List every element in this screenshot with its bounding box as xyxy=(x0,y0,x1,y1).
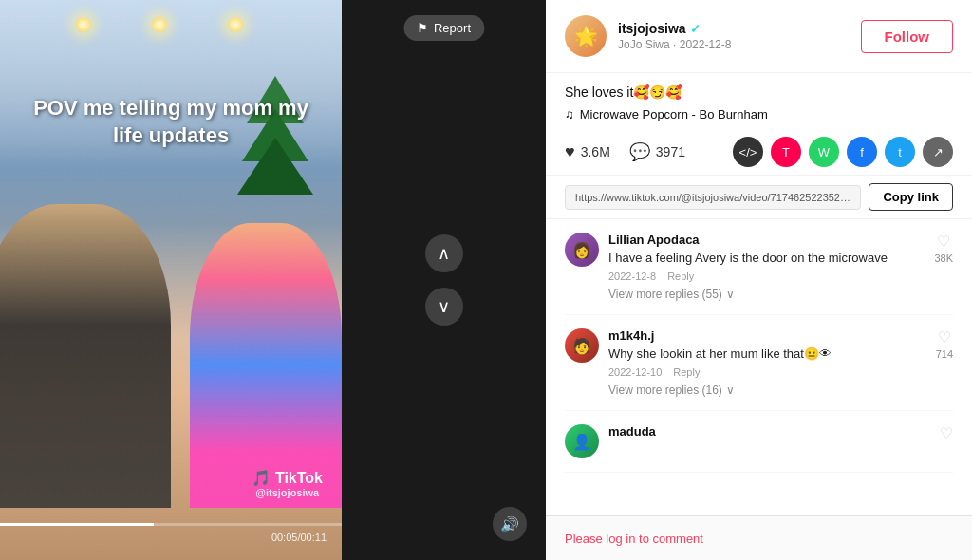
comment-like-count-2: 714 xyxy=(936,348,953,360)
tiktok-share-icon: T xyxy=(782,145,790,159)
comment-reply-2[interactable]: Reply xyxy=(673,366,700,378)
chevron-down-icon: ∨ xyxy=(438,296,450,317)
video-timestamp: 00:05/00:11 xyxy=(271,532,327,543)
comment-1: 👩 Lillian Apodaca I have a feeling Avery… xyxy=(565,219,953,315)
video-time-current: 00:05 xyxy=(271,532,298,543)
caption-section: She loves it🥰😏🥰 ♫ Microwave Popcorn - Bo… xyxy=(546,73,972,129)
embed-icon: </> xyxy=(739,145,757,159)
verified-badge: ✓ xyxy=(690,22,701,36)
heart-icon: ♥ xyxy=(565,142,575,162)
share-whatsapp-button[interactable]: W xyxy=(809,137,839,167)
comment-username-2: m1k4h.j xyxy=(608,328,926,343)
sound-icon: 🔊 xyxy=(500,515,519,533)
comment-meta-2: 2022-12-10 Reply xyxy=(608,366,926,378)
ceiling-light-3 xyxy=(228,17,243,32)
chevron-down-replies-2: ∨ xyxy=(726,383,735,397)
post-header: 🌟 itsjojosiwa ✓ JoJo Siwa · 2022-12-8 Fo… xyxy=(546,0,972,73)
nav-down-button[interactable]: ∨ xyxy=(425,288,463,326)
comment-username-1: Lillian Apodaca xyxy=(608,233,925,247)
likes-count: 3.6M xyxy=(581,144,610,159)
view-replies-1[interactable]: View more replies (55) ∨ xyxy=(608,288,925,301)
video-time-total: 00:11 xyxy=(300,532,327,543)
username: itsjojosiwa xyxy=(618,21,686,36)
tiktok-watermark: 🎵 TikTok @itsjojosiwa xyxy=(252,469,323,498)
comment-3: 👤 maduda ♡ xyxy=(565,411,953,473)
music-row: ♫ Microwave Popcorn - Bo Burnham xyxy=(565,107,953,121)
link-row: https://www.tiktok.com/@itsjojosiwa/vide… xyxy=(546,176,972,219)
comment-meta-1: 2022-12-8 Reply xyxy=(608,271,925,282)
comment-avatar-2: 🧑 xyxy=(565,328,599,363)
user-info: itsjojosiwa ✓ JoJo Siwa · 2022-12-8 xyxy=(618,21,850,51)
comment-avatar-1: 👩 xyxy=(565,233,599,267)
share-tiktok-button[interactable]: T xyxy=(771,137,801,167)
more-share-icon: ↗ xyxy=(933,145,944,159)
comments-stat[interactable]: 💬 3971 xyxy=(629,141,685,162)
share-twitter-button[interactable]: t xyxy=(885,137,915,167)
chevron-up-icon: ∧ xyxy=(438,243,450,264)
comment-body-2: m1k4h.j Why she lookin at her mum like t… xyxy=(608,328,926,397)
share-embed-button[interactable]: </> xyxy=(733,137,763,167)
display-name: JoJo Siwa xyxy=(618,38,670,51)
comment-like-count-1: 38K xyxy=(934,252,953,264)
video-panel: POV me telling my mom my life updates 🎵 … xyxy=(0,0,342,560)
video-progress-fill xyxy=(0,523,154,526)
tiktok-logo: 🎵 TikTok xyxy=(252,469,323,487)
comment-text-1: I have a feeling Avery is the door on th… xyxy=(608,250,925,267)
whatsapp-icon: W xyxy=(818,145,830,159)
user-meta: JoJo Siwa · 2022-12-8 xyxy=(618,38,850,51)
comment-icon: 💬 xyxy=(629,141,650,162)
comment-text-2: Why she lookin at her mum like that😐👁 xyxy=(608,345,926,363)
follow-button[interactable]: Follow xyxy=(861,20,954,53)
right-panel: 🌟 itsjojosiwa ✓ JoJo Siwa · 2022-12-8 Fo… xyxy=(546,0,972,560)
login-prompt[interactable]: Please log in to comment xyxy=(565,532,703,546)
like-heart-icon-2: ♡ xyxy=(938,328,951,346)
comment-like-2[interactable]: ♡ 714 xyxy=(936,328,953,397)
like-heart-icon-1: ♡ xyxy=(937,233,950,251)
view-replies-label-1: View more replies (55) xyxy=(608,288,722,301)
video-caption-text: POV me telling my mom my life updates xyxy=(19,95,323,149)
comment-avatar-3: 👤 xyxy=(565,424,599,458)
post-date: 2022-12-8 xyxy=(680,38,732,51)
comment-2: 🧑 m1k4h.j Why she lookin at her mum like… xyxy=(565,315,953,411)
stats-row: ♥ 3.6M 💬 3971 </> T W f t ↗ xyxy=(546,129,972,176)
comments-section[interactable]: 👩 Lillian Apodaca I have a feeling Avery… xyxy=(546,219,972,515)
music-note-icon: ♫ xyxy=(565,107,574,121)
ceiling-light-2 xyxy=(152,17,167,32)
likes-stat[interactable]: ♥ 3.6M xyxy=(565,142,610,162)
share-icons: </> T W f t ↗ xyxy=(733,137,953,167)
share-facebook-button[interactable]: f xyxy=(847,137,877,167)
video-progress-bar[interactable] xyxy=(0,523,342,526)
comment-reply-1[interactable]: Reply xyxy=(667,271,694,282)
middle-panel: ⚑ Report ∧ ∨ 🔊 xyxy=(342,0,546,560)
avatar: 🌟 xyxy=(565,15,607,57)
video-url: https://www.tiktok.com/@itsjojosiwa/vide… xyxy=(565,185,861,210)
username-row: itsjojosiwa ✓ xyxy=(618,21,850,36)
person-right xyxy=(190,223,342,508)
view-replies-2[interactable]: View more replies (16) ∨ xyxy=(608,383,926,397)
music-name: Microwave Popcorn - Bo Burnham xyxy=(580,107,768,121)
facebook-icon: f xyxy=(860,145,864,159)
comment-body-1: Lillian Apodaca I have a feeling Avery i… xyxy=(608,233,925,301)
chevron-down-replies-1: ∨ xyxy=(726,288,735,301)
nav-up-button[interactable]: ∧ xyxy=(425,234,463,272)
like-heart-icon-3: ♡ xyxy=(940,424,953,442)
tiktok-handle: @itsjojosiwa xyxy=(252,487,323,498)
view-replies-label-2: View more replies (16) xyxy=(608,383,722,397)
ceiling-light-1 xyxy=(76,17,91,32)
comments-count: 3971 xyxy=(656,144,685,159)
comment-username-3: maduda xyxy=(608,424,930,439)
comment-body-3: maduda xyxy=(608,424,930,458)
comment-date-2: 2022-12-10 xyxy=(608,366,662,378)
login-bar: Please log in to comment xyxy=(546,515,972,560)
report-label: Report xyxy=(434,21,471,35)
sound-button[interactable]: 🔊 xyxy=(493,507,527,541)
share-more-button[interactable]: ↗ xyxy=(923,137,953,167)
comment-like-3[interactable]: ♡ xyxy=(940,424,953,458)
copy-link-button[interactable]: Copy link xyxy=(869,183,953,211)
comment-like-1[interactable]: ♡ 38K xyxy=(934,233,953,301)
twitter-icon: t xyxy=(898,145,902,159)
report-button[interactable]: ⚑ Report xyxy=(403,15,484,41)
caption-text: She loves it🥰😏🥰 xyxy=(565,84,953,100)
comment-date-1: 2022-12-8 xyxy=(608,271,656,282)
person-left xyxy=(0,204,171,508)
